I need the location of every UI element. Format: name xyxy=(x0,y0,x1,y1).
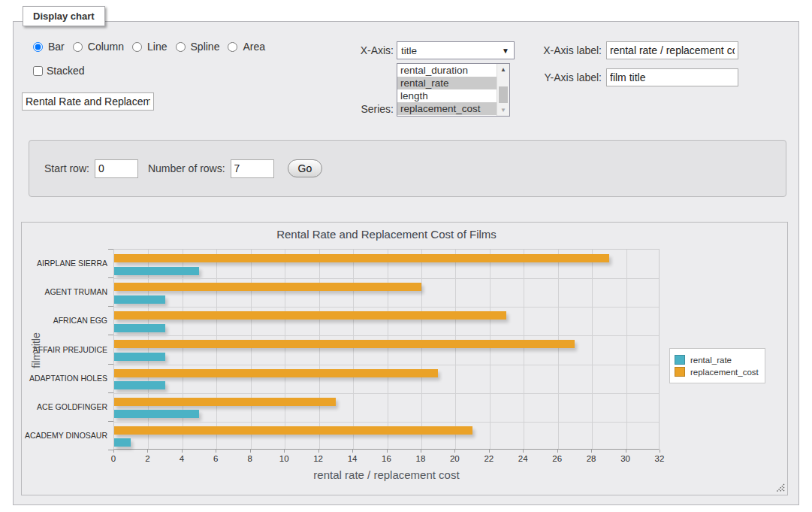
chart-type-radio-spline[interactable] xyxy=(176,42,186,52)
resize-grip-icon[interactable] xyxy=(776,483,785,492)
x-tick-mark xyxy=(660,450,660,453)
chart-type-radio-area[interactable] xyxy=(228,42,237,52)
x-tick-label: 2 xyxy=(132,454,162,463)
series-option-replacement_cost[interactable]: replacement_cost xyxy=(397,102,497,115)
scroll-down-icon[interactable]: ▼ xyxy=(497,105,509,116)
gridline xyxy=(114,393,659,394)
x-tick-label: 14 xyxy=(337,454,367,463)
display-chart-panel: Display chart BarColumnLineSplineArea St… xyxy=(13,21,799,505)
x-tick-label: 8 xyxy=(235,454,265,463)
x-axis-select-label: X-Axis: xyxy=(337,44,394,56)
chart-type-radio-bar[interactable] xyxy=(33,42,43,52)
x-axis-select[interactable]: title ▼ xyxy=(397,41,515,59)
x-axis-label-label: X-Axis label: xyxy=(530,44,602,56)
y-tick-mark xyxy=(108,364,113,365)
bar-rental_rate xyxy=(114,324,165,332)
scroll-up-icon[interactable]: ▲ xyxy=(497,64,509,75)
gridline xyxy=(148,250,149,449)
legend-swatch-replacement_cost xyxy=(675,367,685,377)
y-tick-mark xyxy=(108,421,113,422)
bar-rental_rate xyxy=(114,381,165,389)
x-tick-mark xyxy=(591,450,592,453)
chart-type-option-label: Column xyxy=(88,41,124,53)
series-list-label: Series: xyxy=(337,103,394,115)
chevron-down-icon: ▼ xyxy=(502,47,509,55)
x-tick-mark xyxy=(557,450,558,453)
bar-rental_rate xyxy=(114,438,131,447)
gridline xyxy=(319,250,320,449)
chart-container: Rental Rate and Replacement Cost of Film… xyxy=(21,222,788,495)
bar-replacement_cost xyxy=(114,369,438,377)
x-tick-label: 28 xyxy=(576,454,606,463)
row-range-box: Start row: Number of rows: Go xyxy=(29,140,786,197)
gridline xyxy=(558,250,559,449)
x-tick-mark xyxy=(284,450,285,453)
bar-rental_rate xyxy=(114,353,165,361)
category-label: ACADEMY DINOSAUR xyxy=(22,431,107,440)
category-label: ACE GOLDFINGER xyxy=(22,402,107,411)
go-button[interactable]: Go xyxy=(288,159,323,177)
legend-label: rental_rate xyxy=(690,356,732,365)
chart-type-option-label: Spline xyxy=(191,41,220,53)
num-rows-input[interactable] xyxy=(231,159,274,178)
x-tick-mark xyxy=(626,450,626,453)
bar-replacement_cost xyxy=(114,283,421,291)
x-tick-mark xyxy=(454,450,455,453)
x-tick-mark xyxy=(352,450,353,453)
x-axis-selected-value: title xyxy=(401,45,502,56)
chart-title-input[interactable] xyxy=(22,92,154,111)
bar-rental_rate xyxy=(114,295,165,304)
x-tick-mark xyxy=(182,450,183,453)
x-tick-mark xyxy=(421,450,421,453)
x-tick-mark xyxy=(387,450,388,453)
series-option-rental_duration[interactable]: rental_duration xyxy=(397,64,497,77)
start-row-input[interactable] xyxy=(95,159,138,178)
chart-legend: rental_ratereplacement_cost xyxy=(669,348,765,383)
stacked-checkbox[interactable] xyxy=(33,66,43,76)
series-option-length[interactable]: length xyxy=(397,89,497,102)
gridline xyxy=(524,250,524,449)
gridline xyxy=(114,307,659,308)
gridline xyxy=(455,250,456,449)
y-tick-mark xyxy=(108,335,113,335)
x-tick-label: 6 xyxy=(201,454,231,463)
gridline xyxy=(353,250,354,449)
y-tick-mark xyxy=(108,392,113,393)
chart-type-radio-group: BarColumnLineSplineArea xyxy=(33,41,270,53)
chart-type-option-label: Bar xyxy=(48,41,65,53)
panel-title: Display chart xyxy=(23,6,105,26)
y-axis-label-input[interactable] xyxy=(606,68,738,86)
stacked-label: Stacked xyxy=(47,65,85,77)
y-tick-mark xyxy=(108,306,113,307)
gridline xyxy=(592,250,593,449)
category-label: AIRPLANE SIERRA xyxy=(22,259,107,268)
series-option-rental_rate[interactable]: rental_rate xyxy=(397,77,497,89)
stacked-checkbox-row: Stacked xyxy=(33,65,85,77)
num-rows-label: Number of rows: xyxy=(148,162,225,174)
bar-replacement_cost xyxy=(114,311,506,320)
chart-type-option-label: Line xyxy=(147,41,167,53)
category-label: AGENT TRUMAN xyxy=(22,287,107,296)
listbox-scrollbar[interactable]: ▲ ▼ xyxy=(497,64,509,116)
legend-swatch-rental_rate xyxy=(675,355,685,365)
x-tick-label: 32 xyxy=(644,454,675,463)
chart-title: Rental Rate and Replacement Cost of Film… xyxy=(113,228,660,241)
x-tick-mark xyxy=(147,450,148,453)
x-axis-label-input[interactable] xyxy=(606,41,738,59)
chart-type-radio-line[interactable] xyxy=(132,42,142,52)
chart-type-radio-column[interactable] xyxy=(73,42,83,52)
x-tick-label: 10 xyxy=(269,454,299,463)
gridline xyxy=(285,250,285,449)
gridline xyxy=(114,335,659,336)
gridline xyxy=(114,365,659,365)
scrollbar-thumb[interactable] xyxy=(499,86,508,103)
bar-rental_rate xyxy=(114,410,199,418)
gridline xyxy=(114,278,659,279)
gridline xyxy=(114,422,659,423)
x-tick-mark xyxy=(113,450,114,453)
x-tick-label: 30 xyxy=(611,454,641,463)
x-tick-label: 16 xyxy=(372,454,402,463)
bar-replacement_cost xyxy=(114,398,336,406)
x-tick-mark xyxy=(523,450,524,453)
series-listbox[interactable]: rental_durationrental_ratelengthreplacem… xyxy=(397,63,510,117)
